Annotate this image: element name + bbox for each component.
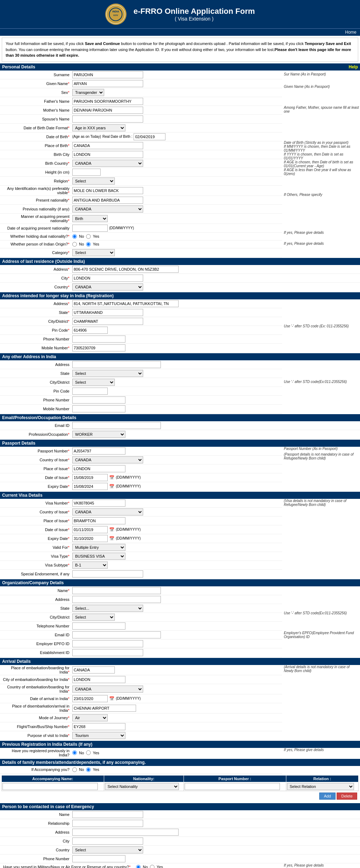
mode-journey-select[interactable]: Air Sea Land: [72, 714, 108, 721]
passport-expiry-cal-icon[interactable]: 📅: [109, 484, 114, 489]
add-accompanying-button[interactable]: Add: [319, 793, 336, 800]
emergency-relationship-input[interactable]: [72, 820, 143, 827]
outside-country-select[interactable]: CANADA: [72, 283, 143, 291]
date-acquiring-input[interactable]: [72, 225, 108, 232]
india-city-input[interactable]: [72, 318, 143, 325]
other-pin-input[interactable]: [72, 388, 108, 395]
military-yes-radio[interactable]: [150, 865, 154, 868]
emergency-header: Person to be contacted in case of Emerge…: [0, 803, 360, 810]
visa-valid-for-select[interactable]: Multiple Entry Single Entry: [72, 544, 125, 551]
indian-yes-radio[interactable]: [86, 242, 91, 247]
accompanying-nationality-select[interactable]: Select Nationality: [105, 783, 179, 790]
sex-select[interactable]: Male Female Transgender: [72, 89, 104, 96]
org-telephone-input[interactable]: [72, 622, 125, 630]
passport-expiry-input[interactable]: [72, 483, 108, 490]
other-phone-input[interactable]: [72, 396, 125, 404]
visa-number-input[interactable]: [72, 500, 125, 507]
mothers-name-input[interactable]: [72, 107, 143, 114]
flight-input[interactable]: [72, 723, 125, 730]
birth-country-select[interactable]: CANADA: [72, 160, 143, 167]
birth-city-input[interactable]: [72, 151, 143, 158]
date-arrival-input[interactable]: [72, 695, 108, 702]
place-of-birth-input-col: [72, 142, 281, 149]
previous-nationality-select[interactable]: CANADA: [72, 205, 143, 213]
outside-address-input[interactable]: [72, 266, 179, 273]
dual-no-radio[interactable]: [72, 234, 77, 239]
visa-place-input[interactable]: [72, 517, 125, 524]
dob-input[interactable]: [134, 133, 165, 140]
org-address-input[interactable]: [72, 596, 161, 603]
military-help-text: If yes, Please give details: [284, 863, 360, 867]
prev-reg-no-radio[interactable]: [72, 750, 77, 755]
other-address-input[interactable]: [72, 361, 161, 368]
emergency-phone-input[interactable]: [72, 855, 125, 862]
india-pin-input[interactable]: [72, 327, 108, 334]
passport-date-issue-input[interactable]: [72, 474, 108, 481]
india-address-input[interactable]: [72, 300, 179, 307]
visa-expiry-input[interactable]: [72, 535, 108, 542]
org-city-select[interactable]: Select: [72, 614, 115, 621]
religion-select[interactable]: Select Hindu Muslim Christian Others: [72, 177, 115, 185]
spouses-name-input[interactable]: [72, 115, 143, 123]
accompanying-yes-radio[interactable]: [86, 767, 91, 772]
org-email-input[interactable]: [72, 631, 161, 638]
org-name-input[interactable]: [72, 587, 161, 594]
delete-accompanying-button[interactable]: Delete: [337, 793, 357, 800]
org-state-select[interactable]: Select...: [72, 605, 143, 612]
height-input[interactable]: [72, 169, 101, 176]
india-phone-input[interactable]: [72, 336, 125, 343]
embarkation-place-input[interactable]: [72, 666, 115, 673]
purpose-select[interactable]: Tourism: [72, 732, 125, 739]
embarkation-country-select[interactable]: CANADA: [72, 686, 143, 693]
indian-no-radio[interactable]: [72, 242, 77, 247]
visa-country-row: Country of Issue* CANADA: [0, 508, 282, 517]
dual-yes-radio[interactable]: [86, 234, 91, 239]
visa-date-cal-icon[interactable]: 📅: [109, 527, 114, 532]
other-city-select[interactable]: Select: [72, 379, 115, 386]
accompanying-relation-select[interactable]: Select Relation: [287, 783, 354, 790]
email-input[interactable]: [72, 422, 161, 429]
military-no-radio[interactable]: [136, 865, 141, 868]
help-link[interactable]: Help: [349, 64, 358, 69]
emergency-country-select[interactable]: Select: [72, 846, 143, 853]
india-mobile-input[interactable]: [72, 344, 125, 351]
prev-reg-yes-radio[interactable]: [86, 750, 91, 755]
accompanying-no-radio[interactable]: [72, 767, 77, 772]
india-state-input[interactable]: [72, 309, 143, 316]
passport-number-input[interactable]: [72, 447, 125, 455]
visa-subtype-select[interactable]: B-1: [72, 562, 108, 569]
other-state-select[interactable]: Select: [72, 370, 143, 377]
visa-special-input[interactable]: [72, 570, 143, 577]
home-link[interactable]: Home: [345, 30, 356, 35]
embarkation-city-input[interactable]: [72, 676, 125, 683]
passport-place-input[interactable]: [72, 465, 125, 472]
visa-date-issue-input[interactable]: [72, 526, 108, 533]
identification-input[interactable]: [72, 187, 143, 194]
passport-country-select[interactable]: CANADA: [72, 456, 143, 463]
other-mobile-input[interactable]: [72, 405, 125, 412]
outside-city-input[interactable]: [72, 275, 143, 282]
dob-format-select[interactable]: Age in XXX years DD/MM/YYYY MM/YYYY YYYY: [72, 124, 125, 131]
manner-acquiring-select[interactable]: Birth Naturalization: [72, 215, 108, 222]
org-establishment-input[interactable]: [72, 649, 143, 656]
emergency-name-input[interactable]: [72, 811, 143, 818]
previous-registration-header: Previous Registration in India Details (…: [0, 741, 360, 748]
fathers-name-input[interactable]: [72, 98, 143, 105]
profession-select[interactable]: WORKER: [72, 431, 125, 438]
accompanying-passport-input[interactable]: [185, 783, 280, 790]
visa-country-select[interactable]: CANADA: [72, 508, 143, 515]
visa-type-select[interactable]: BUSINESS VISA: [72, 553, 125, 560]
emergency-address-input[interactable]: [72, 829, 179, 836]
surname-input[interactable]: [72, 71, 143, 78]
category-select[interactable]: Select: [72, 249, 115, 256]
visa-expiry-cal-icon[interactable]: 📅: [109, 536, 114, 541]
accompanying-name-input[interactable]: [2, 783, 98, 790]
org-epfo-input[interactable]: [72, 640, 143, 647]
given-name-input[interactable]: [72, 80, 143, 87]
present-nationality-input[interactable]: [72, 197, 143, 204]
place-of-birth-input[interactable]: [72, 142, 143, 149]
passport-date-cal-icon[interactable]: 📅: [109, 475, 114, 480]
arrival-cal-icon[interactable]: 📅: [109, 696, 114, 701]
emergency-city-input[interactable]: [72, 838, 143, 845]
disembarkation-input[interactable]: [72, 705, 136, 712]
